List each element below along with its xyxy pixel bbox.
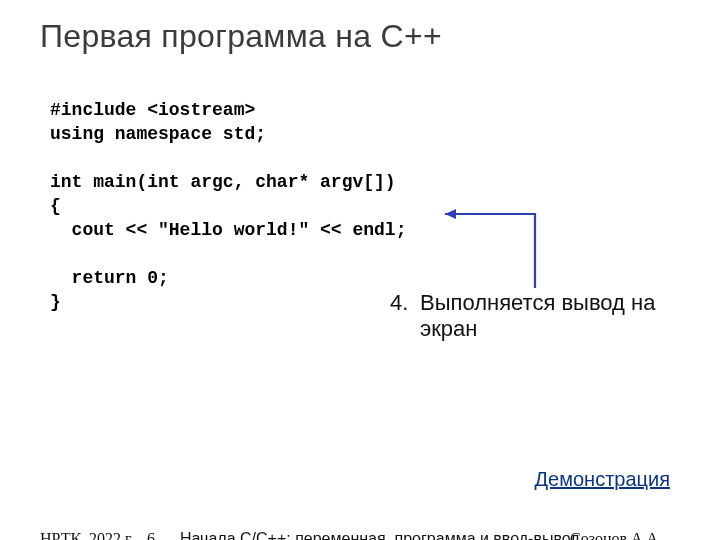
footer-page-number: 6 <box>147 530 155 540</box>
demo-link[interactable]: Демонстрация <box>535 468 670 491</box>
footer-org-year: НРТК, 2022 г. <box>40 530 134 540</box>
annotation-number: 4. <box>390 290 408 316</box>
svg-marker-0 <box>445 209 456 219</box>
slide-title: Первая программа на C++ <box>40 18 442 55</box>
footer-author: Созонов А.А. <box>570 530 662 540</box>
annotation-text: Выполняется вывод на экран <box>420 290 680 342</box>
footer-topic: Начала С/C++: переменная, программа и вв… <box>180 530 580 540</box>
code-block: #include <iostream> using namespace std;… <box>50 98 406 314</box>
slide: Первая программа на C++ #include <iostre… <box>0 0 720 540</box>
